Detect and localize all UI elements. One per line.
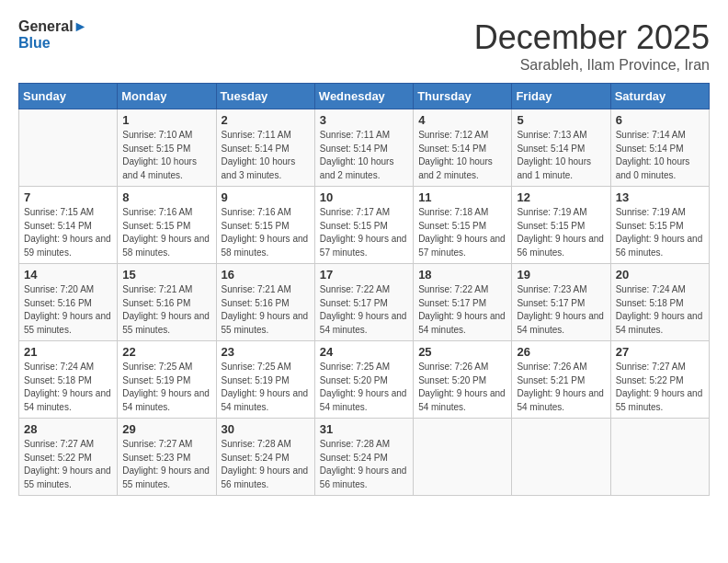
day-info: Sunrise: 7:11 AMSunset: 5:14 PMDaylight:… xyxy=(320,130,394,180)
day-info: Sunrise: 7:20 AMSunset: 5:16 PMDaylight:… xyxy=(24,284,111,335)
day-number: 14 xyxy=(24,268,112,282)
day-info: Sunrise: 7:25 AMSunset: 5:20 PMDaylight:… xyxy=(320,362,407,412)
day-number: 25 xyxy=(418,345,506,359)
day-number: 30 xyxy=(222,422,310,436)
day-info: Sunrise: 7:10 AMSunset: 5:15 PMDaylight:… xyxy=(122,130,197,180)
day-number: 4 xyxy=(418,113,506,127)
day-info: Sunrise: 7:16 AMSunset: 5:15 PMDaylight:… xyxy=(122,207,210,258)
day-info: Sunrise: 7:11 AMSunset: 5:14 PMDaylight:… xyxy=(222,130,296,180)
header-tuesday: Tuesday xyxy=(216,84,314,109)
calendar-cell: 2 Sunrise: 7:11 AMSunset: 5:14 PMDayligh… xyxy=(216,109,314,187)
calendar-table: SundayMondayTuesdayWednesdayThursdayFrid… xyxy=(18,83,710,496)
calendar-cell: 29 Sunrise: 7:27 AMSunset: 5:23 PMDaylig… xyxy=(118,419,216,496)
calendar-cell: 7 Sunrise: 7:15 AMSunset: 5:14 PMDayligh… xyxy=(19,187,118,264)
calendar-cell: 20 Sunrise: 7:24 AMSunset: 5:18 PMDaylig… xyxy=(610,264,709,341)
location-subtitle: Sarableh, Ilam Province, Iran xyxy=(474,57,710,74)
calendar-cell xyxy=(414,419,512,496)
calendar-cell xyxy=(19,109,118,187)
day-info: Sunrise: 7:23 AMSunset: 5:17 PMDaylight:… xyxy=(517,284,604,335)
logo: General► Blue xyxy=(18,18,87,51)
day-number: 10 xyxy=(320,190,408,204)
day-info: Sunrise: 7:22 AMSunset: 5:17 PMDaylight:… xyxy=(418,284,506,335)
calendar-cell: 27 Sunrise: 7:27 AMSunset: 5:22 PMDaylig… xyxy=(610,341,709,419)
title-block: December 2025 Sarableh, Ilam Province, I… xyxy=(474,18,710,74)
calendar-cell: 3 Sunrise: 7:11 AMSunset: 5:14 PMDayligh… xyxy=(314,109,413,187)
calendar-cell: 10 Sunrise: 7:17 AMSunset: 5:15 PMDaylig… xyxy=(314,187,413,264)
day-info: Sunrise: 7:22 AMSunset: 5:17 PMDaylight:… xyxy=(320,284,407,335)
day-number: 23 xyxy=(222,345,310,359)
page-header: General► Blue December 2025 Sarableh, Il… xyxy=(18,18,710,74)
day-info: Sunrise: 7:24 AMSunset: 5:18 PMDaylight:… xyxy=(616,284,703,335)
calendar-cell: 1 Sunrise: 7:10 AMSunset: 5:15 PMDayligh… xyxy=(118,109,216,187)
day-number: 7 xyxy=(24,190,112,204)
day-info: Sunrise: 7:26 AMSunset: 5:20 PMDaylight:… xyxy=(418,362,506,412)
calendar-cell: 25 Sunrise: 7:26 AMSunset: 5:20 PMDaylig… xyxy=(414,341,512,419)
calendar-cell: 16 Sunrise: 7:21 AMSunset: 5:16 PMDaylig… xyxy=(216,264,314,341)
day-info: Sunrise: 7:14 AMSunset: 5:14 PMDaylight:… xyxy=(616,130,690,180)
day-info: Sunrise: 7:28 AMSunset: 5:24 PMDaylight:… xyxy=(222,439,309,489)
day-number: 12 xyxy=(517,190,605,204)
calendar-cell: 22 Sunrise: 7:25 AMSunset: 5:19 PMDaylig… xyxy=(118,341,216,419)
day-number: 24 xyxy=(320,345,408,359)
day-info: Sunrise: 7:28 AMSunset: 5:24 PMDaylight:… xyxy=(320,439,407,489)
calendar-cell: 9 Sunrise: 7:16 AMSunset: 5:15 PMDayligh… xyxy=(216,187,314,264)
day-info: Sunrise: 7:27 AMSunset: 5:22 PMDaylight:… xyxy=(24,439,111,489)
day-number: 15 xyxy=(122,268,210,282)
logo-general: General► xyxy=(18,18,87,35)
day-number: 2 xyxy=(222,113,310,127)
month-title: December 2025 xyxy=(474,18,710,57)
header-sunday: Sunday xyxy=(19,84,118,109)
calendar-cell: 12 Sunrise: 7:19 AMSunset: 5:15 PMDaylig… xyxy=(512,187,610,264)
calendar-cell: 18 Sunrise: 7:22 AMSunset: 5:17 PMDaylig… xyxy=(414,264,512,341)
day-number: 20 xyxy=(616,268,704,282)
day-info: Sunrise: 7:24 AMSunset: 5:18 PMDaylight:… xyxy=(24,362,111,412)
day-info: Sunrise: 7:19 AMSunset: 5:15 PMDaylight:… xyxy=(616,207,703,258)
day-number: 27 xyxy=(616,345,704,359)
day-number: 26 xyxy=(517,345,605,359)
day-info: Sunrise: 7:26 AMSunset: 5:21 PMDaylight:… xyxy=(517,362,604,412)
calendar-cell: 8 Sunrise: 7:16 AMSunset: 5:15 PMDayligh… xyxy=(118,187,216,264)
day-number: 22 xyxy=(122,345,210,359)
header-saturday: Saturday xyxy=(610,84,709,109)
day-info: Sunrise: 7:17 AMSunset: 5:15 PMDaylight:… xyxy=(320,207,407,258)
calendar-cell: 28 Sunrise: 7:27 AMSunset: 5:22 PMDaylig… xyxy=(19,419,118,496)
day-info: Sunrise: 7:18 AMSunset: 5:15 PMDaylight:… xyxy=(418,207,506,258)
calendar-cell: 31 Sunrise: 7:28 AMSunset: 5:24 PMDaylig… xyxy=(314,419,413,496)
logo-blue: Blue xyxy=(18,35,87,52)
day-number: 11 xyxy=(418,190,506,204)
calendar-cell: 19 Sunrise: 7:23 AMSunset: 5:17 PMDaylig… xyxy=(512,264,610,341)
calendar-cell: 5 Sunrise: 7:13 AMSunset: 5:14 PMDayligh… xyxy=(512,109,610,187)
day-info: Sunrise: 7:27 AMSunset: 5:22 PMDaylight:… xyxy=(616,362,703,412)
header-wednesday: Wednesday xyxy=(314,84,413,109)
day-number: 21 xyxy=(24,345,112,359)
calendar-cell xyxy=(610,419,709,496)
header-monday: Monday xyxy=(118,84,216,109)
day-info: Sunrise: 7:25 AMSunset: 5:19 PMDaylight:… xyxy=(222,362,309,412)
day-number: 17 xyxy=(320,268,408,282)
calendar-cell: 30 Sunrise: 7:28 AMSunset: 5:24 PMDaylig… xyxy=(216,419,314,496)
calendar-cell: 15 Sunrise: 7:21 AMSunset: 5:16 PMDaylig… xyxy=(118,264,216,341)
calendar-cell: 6 Sunrise: 7:14 AMSunset: 5:14 PMDayligh… xyxy=(610,109,709,187)
calendar-cell: 4 Sunrise: 7:12 AMSunset: 5:14 PMDayligh… xyxy=(414,109,512,187)
day-info: Sunrise: 7:15 AMSunset: 5:14 PMDaylight:… xyxy=(24,207,111,258)
day-number: 9 xyxy=(222,190,310,204)
day-number: 1 xyxy=(122,113,210,127)
calendar-cell: 13 Sunrise: 7:19 AMSunset: 5:15 PMDaylig… xyxy=(610,187,709,264)
calendar-cell: 26 Sunrise: 7:26 AMSunset: 5:21 PMDaylig… xyxy=(512,341,610,419)
day-number: 29 xyxy=(122,422,210,436)
day-number: 31 xyxy=(320,422,408,436)
calendar-cell: 21 Sunrise: 7:24 AMSunset: 5:18 PMDaylig… xyxy=(19,341,118,419)
calendar-cell: 11 Sunrise: 7:18 AMSunset: 5:15 PMDaylig… xyxy=(414,187,512,264)
calendar-cell: 14 Sunrise: 7:20 AMSunset: 5:16 PMDaylig… xyxy=(19,264,118,341)
day-number: 5 xyxy=(517,113,605,127)
header-thursday: Thursday xyxy=(414,84,512,109)
day-info: Sunrise: 7:12 AMSunset: 5:14 PMDaylight:… xyxy=(418,130,493,180)
day-info: Sunrise: 7:21 AMSunset: 5:16 PMDaylight:… xyxy=(222,284,309,335)
day-number: 28 xyxy=(24,422,112,436)
calendar-cell: 23 Sunrise: 7:25 AMSunset: 5:19 PMDaylig… xyxy=(216,341,314,419)
day-number: 19 xyxy=(517,268,605,282)
day-info: Sunrise: 7:13 AMSunset: 5:14 PMDaylight:… xyxy=(517,130,591,180)
day-info: Sunrise: 7:16 AMSunset: 5:15 PMDaylight:… xyxy=(222,207,309,258)
day-info: Sunrise: 7:27 AMSunset: 5:23 PMDaylight:… xyxy=(122,439,210,489)
calendar-cell: 24 Sunrise: 7:25 AMSunset: 5:20 PMDaylig… xyxy=(314,341,413,419)
